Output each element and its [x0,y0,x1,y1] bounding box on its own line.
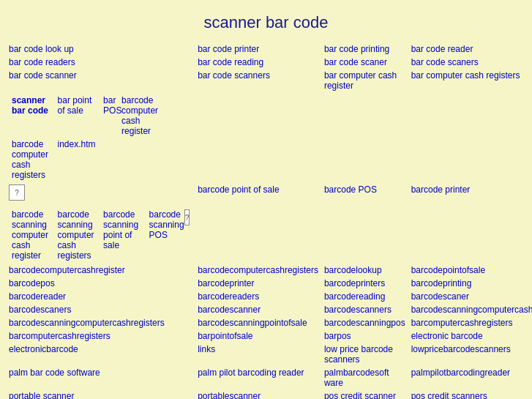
link-barcomputercashregisters2[interactable]: barcomputercashregisters [9,331,110,341]
link-bar-code-readers[interactable]: bar code readers [9,57,75,67]
link-cell: pos credit scanners [408,389,532,399]
link-cell: palmpilotbarcodingreader [408,366,532,389]
link-cell: barcodescaners [6,303,195,316]
link-barpos[interactable]: barpos [324,331,351,341]
link-cell: barcodeprinting [408,277,532,290]
link-barcodescanningcomputercashregister[interactable]: barcodescanningcomputercashregister [411,305,532,315]
link-barcodeprinters[interactable]: barcodeprinters [324,278,385,288]
link-lowpricebarcodescanners[interactable]: lowpricebarcodescanners [411,344,511,354]
link-barcodelookup[interactable]: barcodelookup [324,265,382,275]
link-row: barcodereader barcodereaders barcoderead… [6,290,532,303]
link-pos-credit-scanners[interactable]: pos credit scanners [411,391,487,399]
link-barcodepos[interactable]: barcodepos [9,278,55,288]
link-electronic-barcode[interactable]: electronic barcode [411,331,483,341]
link-cell: barcode scanning POS ? [146,208,192,242]
special-link-row: scanner bar code bar point of sale bar P… [6,92,195,183]
link-cell: scanner bar code [9,94,55,117]
link-barcodereader[interactable]: barcodereader [9,291,66,302]
link-barcodescanner[interactable]: barcodescanner [198,305,261,315]
link-cell: barcodeprinter [195,277,321,290]
link-cell: low price barcode scanners [321,343,408,366]
link-bar-code-reader[interactable]: bar code reader [411,44,473,54]
link-cell: bar computer cash registers [408,69,532,92]
link-barcodescanningcomputercashregisters[interactable]: barcodescanningcomputercashregisters [9,318,165,328]
link-links[interactable]: links [198,344,215,354]
link-barcodepointofsale[interactable]: barcodepointofsale [411,265,485,275]
link-barcodescaners[interactable]: barcodescaners [9,305,71,315]
link-portable-scanner[interactable]: portable scanner [9,391,74,399]
link-portablescanner[interactable]: portablescanner [198,391,261,399]
link-palm-bar-code-software[interactable]: palm bar code software [9,368,100,378]
link-barcode-scanning-computer-cash-register[interactable]: barcode scanning computer cash register [12,209,48,261]
link-barcodereading[interactable]: barcodereading [324,291,385,302]
link-row: portable scanner portablescanner pos cre… [6,389,532,399]
link-row: palm bar code software palm pilot barcod… [6,366,532,389]
link-bar-code-look-up[interactable]: bar code look up [9,44,74,54]
link-cell: bar POS [100,94,119,117]
link-barcodereaders[interactable]: barcodereaders [198,291,259,302]
link-cell: barcodescanningpos [321,316,408,329]
link-barcode-computer-cash-registers[interactable]: barcode computer cash registers [12,139,48,180]
link-cell: electronic barcode [408,329,532,343]
link-bar-code-scanners[interactable]: bar code scanners [198,70,270,81]
link-palmpilotbarcodingreader[interactable]: palmpilotbarcodingreader [411,368,510,378]
link-cell: bar code reading [195,56,321,69]
link-barcode-scanning-point-of-sale[interactable]: barcode scanning point of sale [103,209,138,250]
link-cell: barcode POS [321,183,408,206]
link-cell: barcode scanning computer cash registers [55,208,101,262]
link-bar-code-scanner[interactable]: bar code scanner [9,70,77,81]
link-bar-point-of-sale[interactable]: bar point of sale [58,95,92,116]
link-barcode-printer[interactable]: barcode printer [411,184,471,195]
link-row: ? barcode point of sale barcode POS barc… [6,183,532,206]
link-barcodecomputercashregisters[interactable]: barcodecomputercashregisters [198,265,318,275]
link-row: barcodescanningcomputercashregisters bar… [6,316,532,329]
link-barcode-point-of-sale[interactable]: barcode point of sale [198,184,279,195]
link-barcode-scanning-pos[interactable]: barcode scanning POS [149,209,184,240]
link-row: bar code scanner bar code scanners bar c… [6,69,532,92]
link-cell: barcode printer [408,183,532,206]
link-cell: barcomputercashregisters [6,329,195,343]
link-bar-computer-cash-register[interactable]: bar computer cash register [324,70,397,91]
link-cell: ? [6,183,195,206]
link-palmbarcodesoft-ware[interactable]: palmbarcodesoft ware [324,368,389,388]
link-barcodeprinting[interactable]: barcodeprinting [411,278,472,288]
link-cell: index.htm [55,138,99,151]
link-bar-code-scaner[interactable]: bar code scaner [324,57,387,67]
link-cell: barpos [321,329,408,343]
link-barcode-scanning-computer-cash-registers[interactable]: barcode scanning computer cash registers [58,209,94,261]
link-barcodescanningpointofsale[interactable]: barcodescanningpointofsale [198,318,307,328]
link-bar-code-printer[interactable]: bar code printer [198,44,259,54]
link-pos-credit-scanner[interactable]: pos credit scanner [324,391,396,399]
link-bar-code-scaners[interactable]: bar code scaners [411,57,479,67]
link-cell: bar code readers [6,56,195,69]
link-cell: barcodepos [6,277,195,290]
link-cell: barcodelookup [321,264,408,277]
link-barpointofsale[interactable]: barpointofsale [198,331,252,341]
link-cell: bar code scaners [408,56,532,69]
link-cell: barcodereading [321,290,408,303]
link-barcode-computer-cash-register[interactable]: barcode computer cash register [121,95,158,136]
link-row: barcodescaners barcodescanner barcodesca… [6,303,532,316]
link-index-htm[interactable]: index.htm [58,139,96,149]
link-barcodescanners[interactable]: barcodescanners [324,305,391,315]
link-scanner-bar-code[interactable]: scanner bar code [12,95,48,116]
link-cell: barcodeprinters [321,277,408,290]
link-palm-pilot-barcoding-reader[interactable]: palm pilot barcoding reader [198,368,304,378]
link-barcodecomputercashregister[interactable]: barcodecomputercashregister [9,265,125,275]
link-barcode-pos[interactable]: barcode POS [324,184,377,195]
link-bar-code-printing[interactable]: bar code printing [324,44,389,54]
link-cell: bar code look up [6,42,195,56]
link-cell: portable scanner [6,389,195,399]
link-barcodescaner[interactable]: barcodescaner [411,291,469,302]
link-barcomputercashregisters[interactable]: barcomputercashregisters [411,318,513,328]
link-cell: barcodecomputercashregister [6,264,195,277]
link-barcodescanningpos[interactable]: barcodescanningpos [324,318,405,328]
link-bar-code-reading[interactable]: bar code reading [198,57,263,67]
link-barcodeprinter[interactable]: barcodeprinter [198,278,254,288]
link-electronicbarcode[interactable]: electronicbarcode [9,344,78,354]
scanning-row: barcode scanning computer cash register … [6,206,195,264]
link-low-price-barcode-scanners[interactable]: low price barcode scanners [324,344,393,365]
ad-placeholder-right: ? [184,209,190,225]
link-cell: bar computer cash register [321,69,408,92]
link-bar-computer-cash-registers[interactable]: bar computer cash registers [411,70,520,81]
